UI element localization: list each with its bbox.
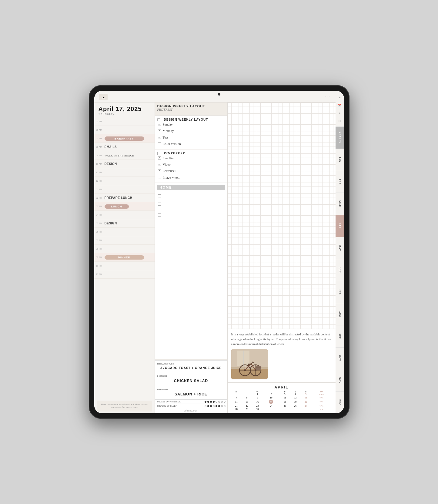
date-day: Thursday [99,113,150,116]
cal-col-wk: WK [311,391,332,393]
task-ideapin-checkbox[interactable]: ✓ [158,156,161,160]
tab-oct[interactable]: OCT [336,347,344,369]
water-tracker-row: 8 GLASS OF WATER (2L) [155,399,227,404]
time-slot-02pm: 02 PM PREPARE LUNCH [94,194,155,202]
main-content: ☁ ··· April 17, 2025 Thursday 05 AM [94,91,344,413]
breakfast-event: BREAKFAST [105,136,144,141]
breakfast-name: AVOCADO TOAST + ORANGE JUICE [157,365,225,371]
task-test-checkbox[interactable]: ✓ [158,136,161,139]
date-title: April 17, 2025 [99,106,150,113]
time-slot-06pm: 06 PM [94,228,155,236]
section3-title: PINTEREST [164,151,185,155]
time-slot-08am: 08 AM EMAILS [94,143,155,151]
water-dot-3 [210,401,212,403]
tab-may[interactable]: MAY [336,237,344,259]
time-label: 09 PM [96,256,105,258]
time-slot-03pm: 03 PM LUNCH [94,202,155,211]
task-monday-checkbox[interactable]: ✓ [158,129,161,132]
task-home-4 [157,207,225,212]
time-label: 08 AM [96,146,105,148]
water-dot-2 [207,401,209,403]
time-label: 07 PM [96,239,105,241]
side-tabs: ≡ 📅 + □ YEARLY JAN FEB MAR APR MAY JUN J… [336,91,344,413]
time-label: 01 PM [96,188,105,190]
add-icon[interactable]: + [337,110,343,116]
time-label: 05 PM [96,222,105,224]
cal-col-w: W [252,391,263,393]
bottom-quote: Women like me have gone through hell. Wo… [97,401,152,412]
section2-title: DESIGN WEEKLY LAYOUT [164,118,208,121]
emails-event: EMAILS [105,145,117,149]
task-home-6 [157,217,225,223]
lunch-name: CHICKEN SALAD [157,378,225,384]
water-dot-5 [216,401,217,403]
task-color: Color version [157,141,225,147]
task-video: ✓ Video [157,161,225,168]
calendar-icon[interactable]: 📅 [337,102,343,108]
task-sunday-checkbox[interactable]: ✓ [158,123,161,126]
tab-jul[interactable]: JUL [336,281,344,303]
tab-nov[interactable]: NOV [336,369,344,391]
task-section-header1: DESIGN WEEKLY LAYOUT PINTEREST [155,102,227,116]
calendar-section: APRIL M T W T F S S [228,383,336,413]
section3-checkbox[interactable] [157,152,160,155]
time-slot-06am: 06 AM [94,126,155,134]
top-bar-menu[interactable]: ··· [325,95,331,99]
sleep-dot-4 [213,405,215,407]
sleep-dot-2 [207,405,209,407]
time-label: 03 PM [96,205,105,207]
section2-checkbox[interactable] [157,118,160,121]
tab-jun[interactable]: JUN [336,259,344,281]
time-label: 05 AM [96,120,105,123]
svg-rect-21 [256,366,261,370]
today-highlight: 17 [269,400,273,404]
section4-title: HOME [157,185,225,190]
tab-feb[interactable]: FEB [336,171,344,193]
task-image-text: Image + text [157,174,225,181]
hamburger-icon[interactable]: ≡ [337,94,343,100]
tab-sep[interactable]: SEP [336,325,344,347]
design-event-am: DESIGN [105,162,117,166]
time-slot-10pm: 10 PM [94,262,155,270]
grid-area [228,102,336,329]
notes-image [231,349,268,379]
task-carrousel-checkbox[interactable]: ✓ [158,169,161,172]
task-section-design: DESIGN WEEKLY LAYOUT ✓ Sunday ✓ Monday ✓ [155,116,227,150]
notes-text: It is a long established fact that a rea… [231,332,332,347]
lunch-event: LUNCH [105,204,129,209]
notes-area: It is a long established fact that a rea… [228,329,336,383]
tab-dec[interactable]: DEC [336,391,344,413]
sleep-tracker-label: 8 HOURS OF SLEEP [157,405,177,407]
task-video-checkbox[interactable]: ✓ [158,163,161,166]
water-dot-1 [205,401,206,403]
tab-mar[interactable]: MAR [336,193,344,215]
time-label: 07 AM [96,137,105,139]
task-color-checkbox[interactable] [158,142,161,145]
time-label: 10 PM [96,265,105,267]
device-screen: ☁ ··· April 17, 2025 Thursday 05 AM [94,91,344,413]
tab-jan[interactable]: JAN [336,149,344,171]
meal-breakfast-section: BREAKFAST AVOCADO TOAST + ORANGE JUICE [155,360,227,373]
tab-yearly[interactable]: YEARLY [336,126,344,149]
task-imagetext-checkbox[interactable] [158,176,161,179]
cal-row-3: 14 15 16 17 18 19 20 WK [231,399,332,404]
cal-col-s: S [290,391,301,393]
calendar-header-row: M T W T F S S WK [231,391,332,393]
time-label: 06 PM [96,231,105,233]
task-carrousel: ✓ Carrousel [157,168,225,174]
sleep-tracker-dots [205,405,226,407]
tab-apr[interactable]: APR [336,215,344,237]
task-home-3 [157,201,225,207]
lunch-label: LUNCH [157,375,225,378]
tab-aug[interactable]: AUG [336,303,344,325]
app-logo[interactable]: ☁ [99,94,108,100]
time-slot-09am: 09 AM Walk in the Beach [94,151,155,160]
time-label: 08 PM [96,248,105,250]
time-slot-07am: 07 AM BREAKFAST [94,134,155,143]
page-icon[interactable]: □ [337,118,343,124]
dinner-name: SALMON + RICE [157,391,225,398]
task-idea-pin: ✓ Idea Pin [157,155,225,161]
task-test: ✓ Test [157,134,225,141]
time-label: 02 PM [96,197,105,199]
bicycle-svg [231,349,268,379]
